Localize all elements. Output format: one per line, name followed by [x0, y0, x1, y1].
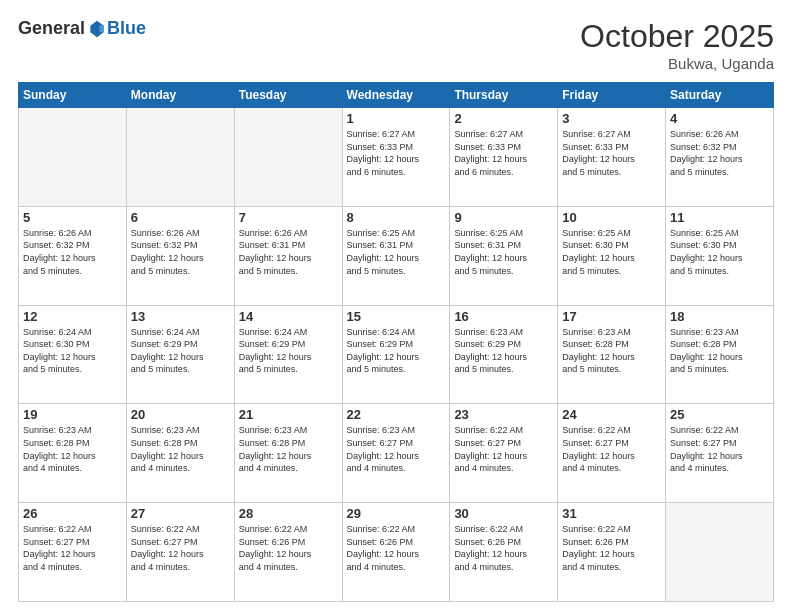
- calendar-cell-w0-d5: 3Sunrise: 6:27 AMSunset: 6:33 PMDaylight…: [558, 108, 666, 207]
- day-info: Sunrise: 6:22 AMSunset: 6:26 PMDaylight:…: [454, 523, 553, 573]
- logo: General Blue: [18, 18, 146, 39]
- calendar-cell-w0-d4: 2Sunrise: 6:27 AMSunset: 6:33 PMDaylight…: [450, 108, 558, 207]
- day-number: 31: [562, 506, 661, 521]
- header-monday: Monday: [126, 83, 234, 108]
- calendar-cell-w2-d0: 12Sunrise: 6:24 AMSunset: 6:30 PMDayligh…: [19, 305, 127, 404]
- day-info: Sunrise: 6:24 AMSunset: 6:29 PMDaylight:…: [239, 326, 338, 376]
- calendar-cell-w0-d0: [19, 108, 127, 207]
- header-thursday: Thursday: [450, 83, 558, 108]
- header-sunday: Sunday: [19, 83, 127, 108]
- day-info: Sunrise: 6:22 AMSunset: 6:27 PMDaylight:…: [562, 424, 661, 474]
- calendar-cell-w2-d5: 17Sunrise: 6:23 AMSunset: 6:28 PMDayligh…: [558, 305, 666, 404]
- day-number: 21: [239, 407, 338, 422]
- day-info: Sunrise: 6:26 AMSunset: 6:32 PMDaylight:…: [131, 227, 230, 277]
- header-saturday: Saturday: [666, 83, 774, 108]
- day-info: Sunrise: 6:23 AMSunset: 6:28 PMDaylight:…: [670, 326, 769, 376]
- calendar-cell-w2-d2: 14Sunrise: 6:24 AMSunset: 6:29 PMDayligh…: [234, 305, 342, 404]
- day-info: Sunrise: 6:23 AMSunset: 6:29 PMDaylight:…: [454, 326, 553, 376]
- calendar-cell-w0-d2: [234, 108, 342, 207]
- title-area: October 2025 Bukwa, Uganda: [580, 18, 774, 72]
- day-number: 9: [454, 210, 553, 225]
- calendar-cell-w2-d3: 15Sunrise: 6:24 AMSunset: 6:29 PMDayligh…: [342, 305, 450, 404]
- day-number: 22: [347, 407, 446, 422]
- calendar-cell-w1-d4: 9Sunrise: 6:25 AMSunset: 6:31 PMDaylight…: [450, 206, 558, 305]
- day-number: 7: [239, 210, 338, 225]
- calendar-cell-w3-d2: 21Sunrise: 6:23 AMSunset: 6:28 PMDayligh…: [234, 404, 342, 503]
- calendar-cell-w1-d6: 11Sunrise: 6:25 AMSunset: 6:30 PMDayligh…: [666, 206, 774, 305]
- calendar-cell-w0-d6: 4Sunrise: 6:26 AMSunset: 6:32 PMDaylight…: [666, 108, 774, 207]
- day-number: 5: [23, 210, 122, 225]
- day-number: 3: [562, 111, 661, 126]
- month-title: October 2025: [580, 18, 774, 55]
- calendar-cell-w3-d4: 23Sunrise: 6:22 AMSunset: 6:27 PMDayligh…: [450, 404, 558, 503]
- calendar-cell-w1-d5: 10Sunrise: 6:25 AMSunset: 6:30 PMDayligh…: [558, 206, 666, 305]
- header-tuesday: Tuesday: [234, 83, 342, 108]
- day-number: 11: [670, 210, 769, 225]
- day-info: Sunrise: 6:24 AMSunset: 6:30 PMDaylight:…: [23, 326, 122, 376]
- calendar-cell-w4-d3: 29Sunrise: 6:22 AMSunset: 6:26 PMDayligh…: [342, 503, 450, 602]
- calendar-cell-w4-d1: 27Sunrise: 6:22 AMSunset: 6:27 PMDayligh…: [126, 503, 234, 602]
- week-row-4: 26Sunrise: 6:22 AMSunset: 6:27 PMDayligh…: [19, 503, 774, 602]
- day-info: Sunrise: 6:23 AMSunset: 6:28 PMDaylight:…: [562, 326, 661, 376]
- calendar-cell-w3-d3: 22Sunrise: 6:23 AMSunset: 6:27 PMDayligh…: [342, 404, 450, 503]
- day-info: Sunrise: 6:22 AMSunset: 6:26 PMDaylight:…: [562, 523, 661, 573]
- calendar-cell-w4-d5: 31Sunrise: 6:22 AMSunset: 6:26 PMDayligh…: [558, 503, 666, 602]
- day-number: 16: [454, 309, 553, 324]
- calendar-cell-w3-d5: 24Sunrise: 6:22 AMSunset: 6:27 PMDayligh…: [558, 404, 666, 503]
- day-number: 13: [131, 309, 230, 324]
- calendar-cell-w3-d1: 20Sunrise: 6:23 AMSunset: 6:28 PMDayligh…: [126, 404, 234, 503]
- day-info: Sunrise: 6:25 AMSunset: 6:31 PMDaylight:…: [454, 227, 553, 277]
- calendar-cell-w4-d4: 30Sunrise: 6:22 AMSunset: 6:26 PMDayligh…: [450, 503, 558, 602]
- day-number: 24: [562, 407, 661, 422]
- header-wednesday: Wednesday: [342, 83, 450, 108]
- header-friday: Friday: [558, 83, 666, 108]
- day-info: Sunrise: 6:22 AMSunset: 6:27 PMDaylight:…: [23, 523, 122, 573]
- day-info: Sunrise: 6:27 AMSunset: 6:33 PMDaylight:…: [562, 128, 661, 178]
- week-row-3: 19Sunrise: 6:23 AMSunset: 6:28 PMDayligh…: [19, 404, 774, 503]
- calendar-cell-w1-d3: 8Sunrise: 6:25 AMSunset: 6:31 PMDaylight…: [342, 206, 450, 305]
- day-info: Sunrise: 6:26 AMSunset: 6:31 PMDaylight:…: [239, 227, 338, 277]
- day-number: 2: [454, 111, 553, 126]
- day-number: 4: [670, 111, 769, 126]
- calendar-cell-w0-d1: [126, 108, 234, 207]
- logo-icon: [87, 19, 107, 39]
- week-row-1: 5Sunrise: 6:26 AMSunset: 6:32 PMDaylight…: [19, 206, 774, 305]
- day-number: 14: [239, 309, 338, 324]
- day-info: Sunrise: 6:27 AMSunset: 6:33 PMDaylight:…: [347, 128, 446, 178]
- day-number: 26: [23, 506, 122, 521]
- day-info: Sunrise: 6:24 AMSunset: 6:29 PMDaylight:…: [347, 326, 446, 376]
- calendar-cell-w4-d0: 26Sunrise: 6:22 AMSunset: 6:27 PMDayligh…: [19, 503, 127, 602]
- day-number: 30: [454, 506, 553, 521]
- day-number: 6: [131, 210, 230, 225]
- logo-blue: Blue: [107, 18, 146, 39]
- calendar-cell-w2-d6: 18Sunrise: 6:23 AMSunset: 6:28 PMDayligh…: [666, 305, 774, 404]
- day-number: 27: [131, 506, 230, 521]
- day-info: Sunrise: 6:24 AMSunset: 6:29 PMDaylight:…: [131, 326, 230, 376]
- day-info: Sunrise: 6:22 AMSunset: 6:27 PMDaylight:…: [131, 523, 230, 573]
- logo-text: General Blue: [18, 18, 146, 39]
- day-info: Sunrise: 6:26 AMSunset: 6:32 PMDaylight:…: [23, 227, 122, 277]
- day-number: 12: [23, 309, 122, 324]
- day-number: 8: [347, 210, 446, 225]
- calendar-cell-w1-d0: 5Sunrise: 6:26 AMSunset: 6:32 PMDaylight…: [19, 206, 127, 305]
- day-info: Sunrise: 6:22 AMSunset: 6:26 PMDaylight:…: [347, 523, 446, 573]
- location: Bukwa, Uganda: [580, 55, 774, 72]
- day-number: 18: [670, 309, 769, 324]
- page: General Blue October 2025 Bukwa, Uganda …: [0, 0, 792, 612]
- header: General Blue October 2025 Bukwa, Uganda: [18, 18, 774, 72]
- day-info: Sunrise: 6:25 AMSunset: 6:30 PMDaylight:…: [562, 227, 661, 277]
- week-row-2: 12Sunrise: 6:24 AMSunset: 6:30 PMDayligh…: [19, 305, 774, 404]
- day-number: 20: [131, 407, 230, 422]
- calendar-cell-w3-d6: 25Sunrise: 6:22 AMSunset: 6:27 PMDayligh…: [666, 404, 774, 503]
- calendar-cell-w1-d2: 7Sunrise: 6:26 AMSunset: 6:31 PMDaylight…: [234, 206, 342, 305]
- day-info: Sunrise: 6:23 AMSunset: 6:28 PMDaylight:…: [239, 424, 338, 474]
- day-info: Sunrise: 6:22 AMSunset: 6:26 PMDaylight:…: [239, 523, 338, 573]
- calendar-cell-w2-d1: 13Sunrise: 6:24 AMSunset: 6:29 PMDayligh…: [126, 305, 234, 404]
- day-info: Sunrise: 6:22 AMSunset: 6:27 PMDaylight:…: [454, 424, 553, 474]
- day-number: 29: [347, 506, 446, 521]
- weekday-header-row: Sunday Monday Tuesday Wednesday Thursday…: [19, 83, 774, 108]
- calendar-cell-w1-d1: 6Sunrise: 6:26 AMSunset: 6:32 PMDaylight…: [126, 206, 234, 305]
- day-info: Sunrise: 6:23 AMSunset: 6:28 PMDaylight:…: [131, 424, 230, 474]
- logo-general: General: [18, 18, 85, 39]
- calendar-cell-w3-d0: 19Sunrise: 6:23 AMSunset: 6:28 PMDayligh…: [19, 404, 127, 503]
